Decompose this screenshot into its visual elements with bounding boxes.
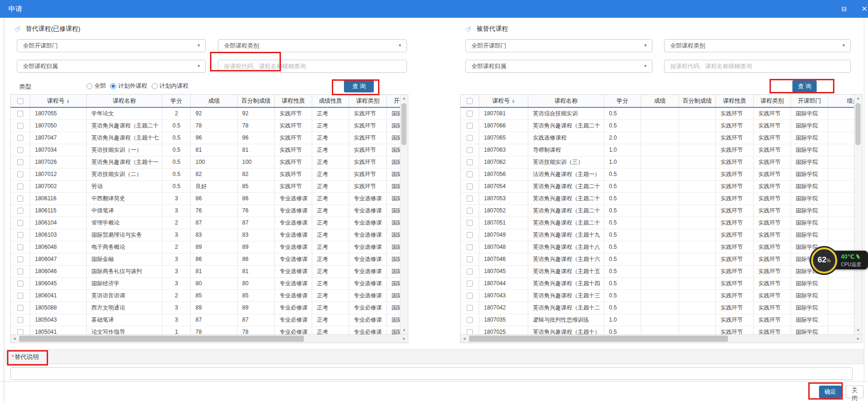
row-checkbox[interactable] [461,302,479,314]
row-checkbox[interactable] [11,302,30,314]
category-select[interactable]: 全部课程类别 ▼ [218,39,407,52]
scroll-down-arrow[interactable]: ▼ [854,327,862,334]
belong-select[interactable]: 全部课程归属 ▼ [465,60,652,73]
row-checkbox[interactable] [461,181,479,192]
table-row[interactable]: 1807044英语角兴趣课程（主题十四0.5实践环节实践环节国际学院 [461,278,854,290]
row-checkbox[interactable] [461,132,479,144]
row-checkbox[interactable] [11,278,30,289]
query-button[interactable]: 查 询 [792,80,817,92]
table-row[interactable]: 1806048电子商务概论28989专业选修课正考专业选修课国际学院 [11,241,400,253]
row-checkbox[interactable] [11,314,30,326]
radio-option-2[interactable]: 计划内课程 [152,82,189,90]
row-checkbox[interactable] [461,169,479,180]
table-row[interactable]: 1806103国际贸易理论与实务38383专业选修课正考专业选修课国际学院 [11,229,400,241]
table-row[interactable]: 1807051英语角兴趣课程（主题二十0.5实践环节实践环节国际学院 [461,217,854,229]
row-checkbox[interactable] [11,217,30,229]
category-select[interactable]: 全部课程类别 ▼ [664,39,851,52]
row-checkbox[interactable] [461,120,479,132]
row-checkbox[interactable] [461,193,479,204]
row-checkbox[interactable] [11,266,30,277]
horizontal-scrollbar-thumb[interactable] [19,336,304,342]
row-checkbox[interactable] [11,132,30,144]
table-row[interactable]: 1807054英语角兴趣课程（主题二十0.5实践环节实践环节国际学院 [461,181,854,193]
vertical-scrollbar-thumb[interactable] [401,103,406,145]
table-row[interactable]: 1807063导师制课程1.0实践环节实践环节国际学院 [461,144,854,156]
table-row[interactable]: 1807056法语角兴趣课程（主题一）0.5实践环节实践环节国际学院 [461,169,854,181]
row-checkbox[interactable] [11,120,30,132]
search-input[interactable] [664,60,851,73]
belong-select[interactable]: 全部课程归属 ▼ [17,60,206,73]
horizontal-scrollbar-thumb[interactable] [469,336,728,342]
confirm-button[interactable]: 确定 [819,386,841,398]
row-checkbox[interactable] [11,181,30,192]
table-row[interactable]: 1806104管理学概论28787专业选修课正考专业选修课国际学院 [11,217,400,229]
vertical-scrollbar-thumb[interactable] [855,103,861,145]
row-checkbox[interactable] [461,326,479,334]
vertical-scrollbar[interactable]: ▲▼ [400,95,408,334]
table-row[interactable]: 1807043英语角兴趣课程（主题十三0.5实践环节实践环节国际学院 [461,290,854,302]
row-checkbox[interactable] [461,266,479,277]
table-row[interactable]: 1807062英语技能实训（三）1.0实践环节实践环节国际学院 [461,156,854,169]
table-row[interactable]: 1807050英语角兴趣课程（主题二十0.57878实践环节正考实践环节国际学院 [11,120,400,132]
table-row[interactable]: 1807025英语角兴趣课程（主题十）0.5实践环节实践环节国际学院 [461,326,854,334]
table-row[interactable]: 1805041论文写作指导17878专业必修课正考专业必修课国际学院 [11,326,400,334]
horizontal-scrollbar[interactable]: ◄► [11,334,408,343]
row-checkbox[interactable] [11,156,30,168]
horizontal-scrollbar[interactable]: ◄► [461,334,862,343]
row-checkbox[interactable] [11,326,30,334]
select-all-checkbox[interactable] [11,95,30,107]
scroll-right-arrow[interactable]: ► [400,335,408,343]
table-row[interactable]: 1806046国际商务礼仪与谈判38181专业选修课正考专业选修课国际学院 [11,266,400,278]
row-checkbox[interactable] [461,144,479,156]
column-header-1[interactable]: 课程号▲▼ [30,95,87,107]
close-icon[interactable]: ✕ [861,0,868,18]
row-checkbox[interactable] [461,278,479,289]
table-row[interactable]: 1807046英语角兴趣课程（主题十六0.5实践环节实践环节国际学院 [461,253,854,266]
radio-option-1[interactable]: 计划外课程 [110,82,147,90]
table-row[interactable]: 1807012英语技能实训（二）0.58282实践环节正考实践环节国际学院 [11,169,400,181]
table-row[interactable]: 1807002劳动0.5良好85实践环节正考实践环节国际学院 [11,181,400,193]
search-input[interactable] [218,60,407,73]
table-row[interactable]: 1807052英语角兴趣课程（主题二十0.5实践环节实践环节国际学院 [461,205,854,217]
row-checkbox[interactable] [461,253,479,265]
minimize-icon[interactable]: ⊟ [841,0,847,18]
row-checkbox[interactable] [11,193,30,204]
table-row[interactable]: 1807047英语角兴趣课程（主题十七0.59696实践环节正考实践环节国际学院 [11,132,400,144]
row-checkbox[interactable] [461,229,479,241]
row-checkbox[interactable] [461,314,479,326]
notes-textarea[interactable] [10,367,853,380]
table-row[interactable]: 1807042英语角兴趣课程（主题十二0.5实践环节实践环节国际学院 [461,302,854,314]
table-row[interactable]: 1806045国际经济学38080专业选修课正考专业选修课国际学院 [11,278,400,290]
row-checkbox[interactable] [461,290,479,302]
table-row[interactable]: 1805043基础笔译38787专业必修课正考专业必修课国际学院 [11,314,400,326]
scroll-up-arrow[interactable]: ▲ [400,95,408,102]
row-checkbox[interactable] [461,241,479,253]
row-checkbox[interactable] [11,205,30,217]
close-button[interactable]: 关 闭 [846,386,864,398]
table-row[interactable]: 1807045英语角兴趣课程（主题十五0.5实践环节实践环节国际学院 [461,266,854,278]
scroll-down-arrow[interactable]: ▼ [400,327,408,334]
table-row[interactable]: 1807048英语角兴趣课程（主题十八0.5实践环节实践环节国际学院 [461,241,854,253]
vertical-scrollbar[interactable]: ▲▼ [854,95,862,334]
table-row[interactable]: 1807081英语综合技能实训0.5实践环节实践环节国际学院 [461,108,854,120]
table-row[interactable]: 1807035逻辑与批判性思维训练1.0实践环节实践环节国际学院 [461,314,854,326]
row-checkbox[interactable] [11,229,30,241]
row-checkbox[interactable] [461,217,479,229]
table-row[interactable]: 1807053英语角兴趣课程（主题二十0.5实践环节实践环节国际学院 [461,193,854,205]
department-select[interactable]: 全部开课部门 ▼ [17,39,206,52]
row-checkbox[interactable] [11,241,30,253]
cpu-monitor-overlay[interactable]: 40℃ CPU温度 62 % [811,246,868,274]
scroll-right-arrow[interactable]: ► [854,335,862,343]
table-row[interactable]: 1807049英语角兴趣课程（主题十九0.5实践环节实践环节国际学院 [461,229,854,241]
row-checkbox[interactable] [11,253,30,265]
table-row[interactable]: 1807055学年论文29292实践环节正考实践环节国际学院 [11,108,400,120]
row-checkbox[interactable] [461,205,479,217]
department-select[interactable]: 全部开课部门 ▼ [465,39,652,52]
table-row[interactable]: 1807065实践选修课程2.0实践环节实践环节国际学院 [461,132,854,144]
row-checkbox[interactable] [11,290,30,302]
row-checkbox[interactable] [461,156,479,168]
table-row[interactable]: 1807034英语技能实训（一）0.58181实践环节正考实践环节国际学院 [11,144,400,156]
table-row[interactable]: 1806115中级笔译37676专业选修课正考专业选修课国际学院 [11,205,400,217]
table-row[interactable]: 1806047国际金融38686专业选修课正考专业选修课国际学院 [11,253,400,266]
table-row[interactable]: 1807026英语角兴趣课程（主题十一0.5100100实践环节正考实践环节国际… [11,156,400,169]
